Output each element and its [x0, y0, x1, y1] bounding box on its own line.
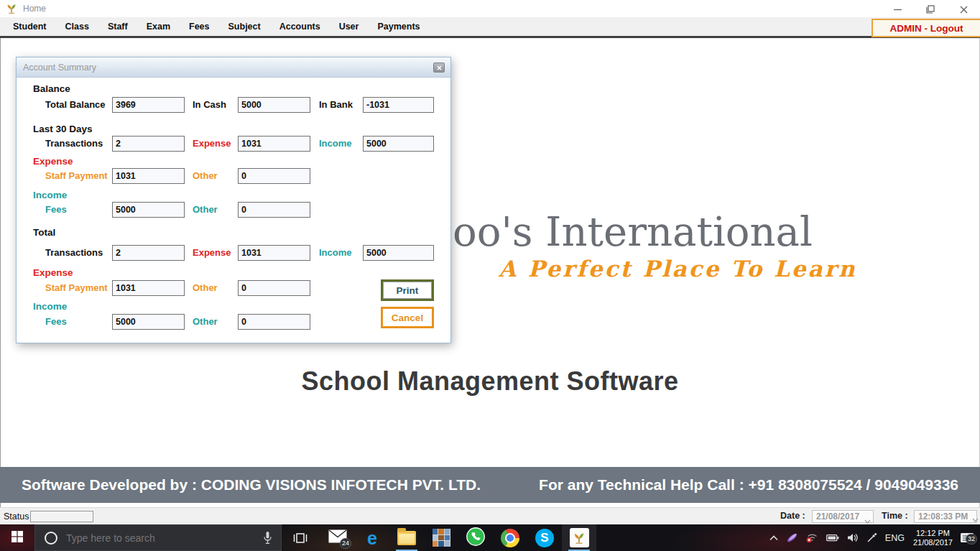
dialog-close-icon[interactable]: [433, 62, 445, 73]
time-label: Time :: [882, 511, 908, 521]
menu-payments[interactable]: Payments: [377, 22, 420, 32]
last30-income-other-input[interactable]: [238, 202, 310, 218]
total-income-input[interactable]: [363, 245, 434, 261]
total-transactions-input[interactable]: [112, 245, 185, 261]
product-title: School Management Software: [0, 366, 980, 397]
menu-student[interactable]: Student: [13, 22, 47, 32]
maximize-icon[interactable]: [914, 0, 947, 19]
total-expense-other-input[interactable]: [238, 280, 310, 296]
total-income-heading: Income: [33, 301, 67, 312]
total-income-other-label: Other: [193, 314, 218, 330]
time-picker[interactable]: 12:08:33 PM: [914, 510, 977, 523]
last30-fees-label: Fees: [45, 202, 67, 218]
last30-staff-payment-label: Staff Payment: [45, 168, 108, 184]
application-window: Home Student Class Staff Exam Fees Subje…: [0, 0, 980, 551]
clock-time: 12:12 PM: [913, 529, 953, 538]
search-input[interactable]: [65, 532, 237, 545]
volume-icon[interactable]: [847, 533, 859, 542]
menu-accounts[interactable]: Accounts: [279, 22, 320, 32]
start-button[interactable]: [0, 524, 34, 551]
developer-credit: Software Developed by : CODING VISIONS I…: [22, 476, 481, 494]
language-indicator[interactable]: ENG: [885, 533, 905, 543]
minimize-icon[interactable]: [881, 0, 914, 19]
chevron-down-icon[interactable]: [972, 514, 979, 524]
total-transactions-label: Transactions: [45, 245, 103, 261]
total-balance-input[interactable]: [112, 97, 185, 113]
status-label: Status: [4, 511, 29, 522]
window-title: Home: [23, 4, 46, 14]
in-cash-input[interactable]: [238, 97, 310, 113]
menu-user[interactable]: User: [339, 22, 359, 32]
dialog-titlebar[interactable]: Account Summary: [17, 57, 450, 78]
close-icon[interactable]: [947, 0, 980, 19]
pen-icon[interactable]: [866, 532, 877, 543]
last30-income-input[interactable]: [363, 136, 434, 152]
total-fees-input[interactable]: [112, 314, 185, 330]
system-tray: ENG 12:12 PM 21/08/2017 32: [769, 524, 980, 551]
last30-expense-other-label: Other: [193, 168, 218, 184]
task-view-icon[interactable]: [286, 524, 315, 551]
clock-date: 21/08/2017: [913, 538, 953, 547]
in-bank-label: In Bank: [319, 97, 353, 113]
skype-icon: S: [535, 529, 554, 547]
total-income-other-input[interactable]: [238, 314, 310, 330]
last30-staff-payment-input[interactable]: [112, 168, 185, 184]
cortana-icon: [45, 532, 57, 545]
last30-expense-input[interactable]: [238, 136, 310, 152]
last30-transactions-label: Transactions: [45, 136, 103, 152]
network-disconnected-icon[interactable]: [806, 532, 818, 543]
time-value: 12:08:33 PM: [918, 511, 968, 522]
menu-staff[interactable]: Staff: [108, 22, 128, 32]
total-income-label: Income: [319, 245, 352, 261]
chrome-app[interactable]: [493, 524, 527, 551]
tray-expand-chevron-icon[interactable]: [769, 535, 778, 541]
menu-fees[interactable]: Fees: [189, 22, 210, 32]
school-tagline: A Perfect Place To Learn: [499, 256, 856, 282]
window-titlebar[interactable]: Home: [0, 0, 980, 17]
total-expense-other-label: Other: [193, 280, 218, 296]
menu-subject[interactable]: Subject: [228, 22, 261, 32]
taskbar-clock[interactable]: 12:12 PM 21/08/2017: [913, 529, 953, 547]
status-progress-bar: [30, 511, 93, 522]
last30-expense-other-input[interactable]: [238, 168, 310, 184]
technical-help: For any Technical Help Call : +91 830807…: [539, 476, 958, 494]
photos-app[interactable]: [424, 524, 458, 551]
in-cash-label: In Cash: [193, 97, 226, 113]
last30-fees-input[interactable]: [112, 202, 185, 218]
microphone-icon[interactable]: [263, 531, 272, 545]
whatsapp-app[interactable]: [458, 524, 493, 551]
edge-app[interactable]: e: [355, 524, 389, 551]
footer-banner: Software Developed by : CODING VISIONS I…: [0, 467, 980, 503]
file-explorer-app[interactable]: [389, 524, 424, 551]
menu-exam[interactable]: Exam: [147, 22, 170, 32]
balance-heading: Balance: [33, 83, 70, 94]
cancel-button[interactable]: Cancel: [381, 307, 434, 328]
total-staff-payment-input[interactable]: [112, 280, 185, 296]
last30-expense-heading: Expense: [33, 156, 73, 167]
date-picker[interactable]: 21/08/2017: [812, 510, 874, 523]
menu-class[interactable]: Class: [65, 22, 89, 32]
window-left-border: [0, 38, 1, 524]
action-center-icon[interactable]: 32: [960, 532, 974, 545]
mail-app[interactable]: 24: [320, 524, 355, 551]
print-button[interactable]: Print: [381, 279, 434, 301]
total-expense-input[interactable]: [238, 245, 310, 261]
tray-feather-icon[interactable]: [786, 532, 798, 544]
school-software-app[interactable]: [562, 524, 596, 551]
status-bar: Status Date : 21/08/2017 Time : 12:08:33…: [0, 507, 980, 524]
dialog-title: Account Summary: [23, 62, 96, 73]
skype-app[interactable]: S: [527, 524, 562, 551]
taskbar-search[interactable]: [34, 524, 282, 551]
in-bank-input[interactable]: [363, 97, 434, 113]
admin-logout-button[interactable]: ADMIN - Logout: [872, 19, 980, 37]
photos-icon: [433, 529, 450, 547]
folder-icon: [397, 531, 416, 545]
taskbar-apps: 24 e: [320, 524, 596, 551]
last30-income-other-label: Other: [193, 202, 218, 218]
date-label: Date :: [780, 511, 805, 521]
account-summary-dialog: Account Summary Balance Total Balance In…: [16, 57, 451, 343]
battery-icon[interactable]: [826, 534, 839, 542]
whatsapp-icon: [466, 527, 485, 549]
last30-transactions-input[interactable]: [112, 136, 185, 152]
total-staff-payment-label: Staff Payment: [45, 280, 108, 296]
